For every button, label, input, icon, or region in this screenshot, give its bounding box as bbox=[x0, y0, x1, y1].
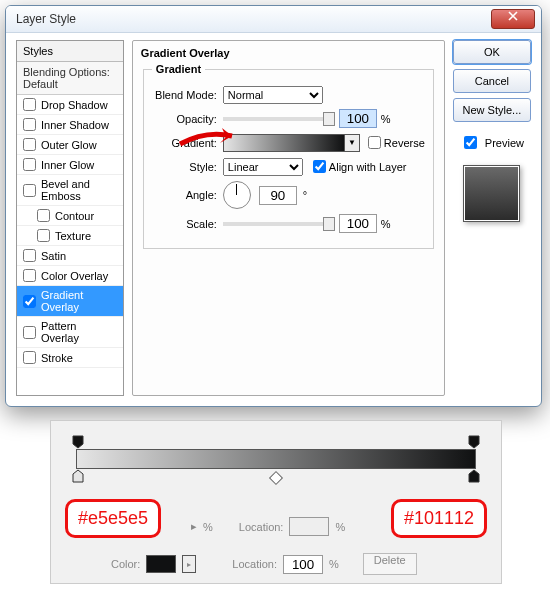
preview-swatch bbox=[463, 165, 520, 222]
style-item-inner-glow[interactable]: Inner Glow bbox=[17, 155, 123, 175]
style-label: Outer Glow bbox=[41, 139, 97, 151]
window-title: Layer Style bbox=[12, 12, 491, 26]
right-panel: OK Cancel New Style... Preview bbox=[453, 40, 531, 396]
align-checkbox[interactable] bbox=[313, 160, 326, 173]
style-item-outer-glow[interactable]: Outer Glow bbox=[17, 135, 123, 155]
style-label: Color Overlay bbox=[41, 270, 108, 282]
cancel-button[interactable]: Cancel bbox=[453, 69, 531, 93]
style-label: Contour bbox=[55, 210, 94, 222]
gradient-dropdown-icon[interactable]: ▼ bbox=[345, 134, 360, 152]
style-checkbox[interactable] bbox=[23, 184, 36, 197]
blend-mode-select[interactable]: Normal bbox=[223, 86, 323, 104]
style-checkbox[interactable] bbox=[23, 138, 36, 151]
degree-label: ° bbox=[303, 189, 307, 201]
style-item-bevel-and-emboss[interactable]: Bevel and Emboss bbox=[17, 175, 123, 206]
style-label: Satin bbox=[41, 250, 66, 262]
styles-header[interactable]: Styles bbox=[17, 41, 123, 62]
color-stop-left[interactable] bbox=[72, 469, 82, 481]
opacity-stop-right[interactable] bbox=[468, 435, 478, 447]
style-item-drop-shadow[interactable]: Drop Shadow bbox=[17, 95, 123, 115]
reverse-label: Reverse bbox=[384, 137, 425, 149]
style-checkbox[interactable] bbox=[23, 98, 36, 111]
color-row-label: Color: bbox=[111, 558, 140, 570]
style-checkbox[interactable] bbox=[37, 209, 50, 222]
color-dropdown-icon[interactable]: ▸ bbox=[182, 555, 196, 573]
style-label: Gradient Overlay bbox=[41, 289, 117, 313]
gradient-legend: Gradient bbox=[152, 63, 205, 75]
style-item-color-overlay[interactable]: Color Overlay bbox=[17, 266, 123, 286]
style-checkbox[interactable] bbox=[23, 295, 36, 308]
options-panel: Gradient Overlay Gradient Blend Mode: No… bbox=[132, 40, 445, 396]
blending-options-row[interactable]: Blending Options: Default bbox=[17, 62, 123, 95]
percent-label: % bbox=[381, 113, 391, 125]
color-stop-right[interactable] bbox=[468, 469, 478, 481]
angle-input[interactable] bbox=[259, 186, 297, 205]
angle-dial[interactable] bbox=[223, 181, 251, 209]
opacity-slider[interactable] bbox=[223, 117, 333, 121]
style-label: Texture bbox=[55, 230, 91, 242]
scale-label: Scale: bbox=[152, 218, 223, 230]
style-checkbox[interactable] bbox=[23, 118, 36, 131]
opacity-stop-left[interactable] bbox=[72, 435, 82, 447]
blend-mode-label: Blend Mode: bbox=[152, 89, 223, 101]
style-checkbox[interactable] bbox=[23, 269, 36, 282]
hex-label-right: #101112 bbox=[391, 499, 487, 538]
style-label: Drop Shadow bbox=[41, 99, 108, 111]
section-title: Gradient Overlay bbox=[141, 47, 436, 59]
align-label: Align with Layer bbox=[329, 161, 407, 173]
ok-button[interactable]: OK bbox=[453, 40, 531, 64]
location-percent: % bbox=[329, 558, 339, 570]
style-item-stroke[interactable]: Stroke bbox=[17, 348, 123, 368]
gradient-editor-crop: #e5e5e5 #101112 ▸% Location: % Color: ▸ … bbox=[50, 420, 502, 584]
angle-label: Angle: bbox=[152, 189, 223, 201]
style-label: Inner Shadow bbox=[41, 119, 109, 131]
reverse-checkbox[interactable] bbox=[368, 136, 381, 149]
preview-checkbox[interactable] bbox=[464, 136, 477, 149]
hex-label-left: #e5e5e5 bbox=[65, 499, 161, 538]
style-label: Style: bbox=[152, 161, 223, 173]
layer-style-dialog: Layer Style Styles Blending Options: Def… bbox=[5, 5, 542, 407]
style-item-gradient-overlay[interactable]: Gradient Overlay bbox=[17, 286, 123, 317]
location-label: Location: bbox=[232, 558, 277, 570]
color-swatch[interactable] bbox=[146, 555, 176, 573]
styles-panel: Styles Blending Options: Default Drop Sh… bbox=[16, 40, 124, 396]
style-label: Pattern Overlay bbox=[41, 320, 117, 344]
new-style-button[interactable]: New Style... bbox=[453, 98, 531, 122]
close-button[interactable] bbox=[491, 9, 535, 29]
titlebar[interactable]: Layer Style bbox=[6, 6, 541, 33]
opacity-input[interactable] bbox=[339, 109, 377, 128]
loc-disabled bbox=[289, 517, 329, 536]
style-item-inner-shadow[interactable]: Inner Shadow bbox=[17, 115, 123, 135]
style-checkbox[interactable] bbox=[23, 249, 36, 262]
delete-button[interactable]: Delete bbox=[363, 553, 417, 575]
style-checkbox[interactable] bbox=[23, 351, 36, 364]
midpoint-diamond[interactable] bbox=[269, 471, 283, 485]
style-item-texture[interactable]: Texture bbox=[17, 226, 123, 246]
dialog-body: Styles Blending Options: Default Drop Sh… bbox=[16, 40, 531, 396]
scale-input[interactable] bbox=[339, 214, 377, 233]
style-select[interactable]: Linear bbox=[223, 158, 303, 176]
style-item-pattern-overlay[interactable]: Pattern Overlay bbox=[17, 317, 123, 348]
style-checkbox[interactable] bbox=[37, 229, 50, 242]
style-item-satin[interactable]: Satin bbox=[17, 246, 123, 266]
scale-percent: % bbox=[381, 218, 391, 230]
style-checkbox[interactable] bbox=[23, 326, 36, 339]
preview-label: Preview bbox=[485, 137, 524, 149]
gradient-bar[interactable] bbox=[76, 449, 476, 469]
gradient-group: Gradient Blend Mode: Normal Opacity: % bbox=[143, 63, 434, 249]
style-item-contour[interactable]: Contour bbox=[17, 206, 123, 226]
style-label: Inner Glow bbox=[41, 159, 94, 171]
style-label: Bevel and Emboss bbox=[41, 178, 117, 202]
scale-slider[interactable] bbox=[223, 222, 333, 226]
style-checkbox[interactable] bbox=[23, 158, 36, 171]
location-input[interactable] bbox=[283, 555, 323, 574]
gradient-label: Gradient: bbox=[152, 137, 223, 149]
gradient-swatch[interactable] bbox=[223, 134, 345, 152]
style-label: Stroke bbox=[41, 352, 73, 364]
opacity-label: Opacity: bbox=[152, 113, 223, 125]
